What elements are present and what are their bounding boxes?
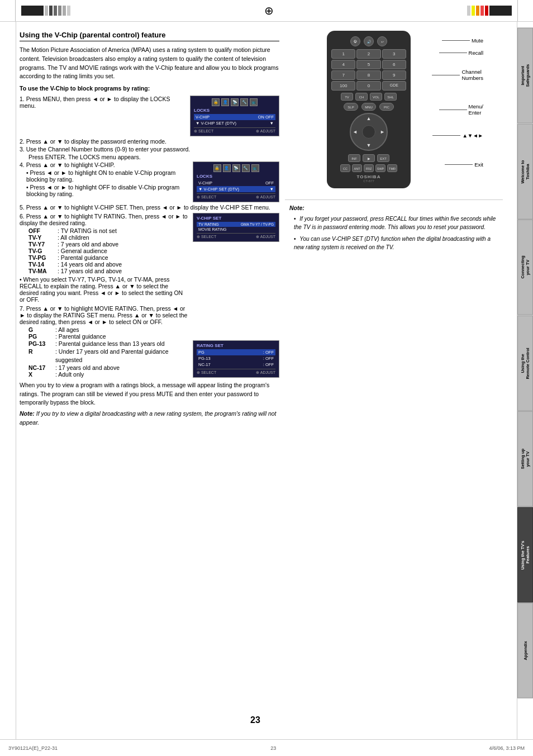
remote-middle-row: TV CH VOL SHL: [331, 93, 406, 101]
sidebar-tab-appendix[interactable]: Appendix: [517, 603, 533, 698]
locks-menu-2: 🔒 👤 📡 🔧 📺 LOCKS V-CHIPOFF ▼ V-CHIP SET (…: [193, 161, 279, 202]
channel-label: ChannelNumbers: [461, 69, 483, 82]
left-pattern: [16, 0, 76, 21]
right-column: ⏻ 🔊 ↩ 1 2 3 4 5 6 7 8 9 100 0 GDE T: [285, 31, 503, 256]
dpad-right-icon[interactable]: ►: [380, 129, 385, 135]
menu-label-line: [439, 110, 467, 110]
page-title: Using the V-Chip (parental control) feat…: [20, 31, 279, 41]
btn-2[interactable]: 2: [356, 49, 380, 59]
btn-6[interactable]: 6: [382, 60, 406, 69]
bottom-left-code: 3Y90121A(E)_P22-31: [8, 745, 58, 751]
btn-0[interactable]: 0: [356, 81, 380, 91]
menu2-row2: ▼ V-CHIP SET (DTV)▼: [197, 186, 275, 192]
exit-label-line: [445, 164, 473, 165]
btn-exit[interactable]: EXT: [377, 154, 389, 162]
btn-4[interactable]: 4: [331, 60, 355, 69]
btn-tv[interactable]: TV: [341, 93, 353, 101]
sidebar-tab-features[interactable]: Using the TV'sFeatures: [517, 507, 533, 603]
step-1-text: 1. Press MENU, then press ◄ or ► to disp…: [20, 96, 170, 109]
step-3b: Press ENTER. The LOCKS menu appears.: [20, 154, 279, 160]
sidebar-tab-toshiba[interactable]: Welcome toToshiba: [517, 124, 533, 220]
exit-label: Exit: [474, 161, 483, 168]
btn-3[interactable]: 3: [382, 49, 406, 59]
bottom-note: Note: If you try to view a digital broad…: [20, 410, 279, 427]
sidebar-tab-safeguards[interactable]: ImportantSafeguards: [517, 28, 533, 123]
page-number: 23: [0, 715, 511, 725]
btn-cc[interactable]: CC: [340, 164, 350, 172]
channel-label-line: [432, 75, 460, 75]
remote-model: CT-877: [331, 179, 406, 183]
bottom-page-ref: 23: [270, 745, 276, 751]
locks-menu-1: 🔒 👤 📡 🔧 📺 LOCKS V-CHIPON OFF ▼ V-CHIP SE…: [190, 96, 279, 136]
tv-ratings-table: OFF: TV RATING is not set TV-Y: All chil…: [20, 227, 188, 274]
step-7: 7. Press ▲ or ▼ to highlight MOVIE RATIN…: [20, 305, 279, 378]
menu-label-container: Menu/Enter: [439, 103, 483, 116]
btn-freeze[interactable]: FRZ: [364, 164, 374, 172]
btn-play[interactable]: ▶: [363, 154, 375, 162]
note-2: • You can use V-CHIP SET (DTV) function …: [289, 235, 498, 251]
step-2: 2. Press ▲ or ▼ to display the password …: [20, 138, 279, 145]
btn-mute[interactable]: SHL: [384, 93, 397, 101]
page-num-value: 23: [250, 715, 260, 725]
btn-sleep[interactable]: SLP: [344, 103, 358, 111]
sidebar-tab-remote[interactable]: Using theRemote Control: [517, 316, 533, 411]
remote-oval-row: SLP MNU PIC: [331, 103, 406, 111]
btn-menu[interactable]: MNU: [361, 103, 376, 111]
intro-paragraph: The Motion Picture Association of Americ…: [20, 46, 279, 81]
section-title: To use the V-Chip to block programs by r…: [20, 84, 279, 93]
dpad-down-icon[interactable]: ▼: [367, 142, 372, 148]
remote-circle-3[interactable]: ↩: [377, 36, 387, 46]
vchip-set-menu: V-CHIP SET TV RATINGGMA TV-Y7 / TV-PG MO…: [193, 213, 279, 242]
btn-ant[interactable]: ANT: [352, 164, 362, 172]
btn-8[interactable]: 8: [356, 70, 380, 80]
recall-label: Recall: [469, 50, 483, 56]
btn-swap[interactable]: SWP: [375, 164, 386, 172]
menu2-title: LOCKS: [197, 174, 275, 179]
left-margin: [16, 21, 16, 739]
dpad-up-icon[interactable]: ▲: [367, 116, 372, 121]
btn-5[interactable]: 5: [356, 60, 380, 69]
btn-1[interactable]: 1: [331, 49, 355, 59]
menu1-bottom: ⊕ SELECT⊕ ADJUST: [194, 127, 275, 134]
step-4: 4. Press ▲ or ▼ to highlight V-CHIP. • P…: [20, 161, 279, 202]
note-1: • If you forget your password, press REC…: [289, 215, 498, 231]
mute-label: Mute: [472, 37, 483, 44]
sidebar-tab-setting[interactable]: Setting upyour TV: [517, 411, 533, 507]
exit-label-container: Exit: [445, 161, 483, 168]
dpad-center[interactable]: [362, 125, 375, 139]
channel-label-container: ChannelNumbers: [432, 69, 483, 82]
btn-9[interactable]: 9: [382, 70, 406, 80]
top-rule: [0, 21, 533, 22]
nav-label: ▲▼◄►: [462, 132, 483, 139]
btn-timer[interactable]: TMR: [387, 164, 397, 172]
recall-label-line: [439, 53, 467, 53]
remote-exit-row: INF ▶ EXT: [331, 154, 406, 162]
nav-label-container: ▲▼◄►: [432, 132, 483, 139]
sidebar-tab-connecting[interactable]: Connectingyour TV: [517, 220, 533, 315]
dpad-left-icon[interactable]: ◄: [353, 129, 358, 135]
btn-vol[interactable]: VOL: [370, 93, 382, 101]
remote-circle-1[interactable]: ⏻: [350, 36, 360, 46]
sidebar-tabs: ImportantSafeguards Welcome toToshiba Co…: [517, 28, 533, 698]
remote-brand: TOSHIBA: [331, 174, 406, 179]
btn-picture[interactable]: PIC: [379, 103, 394, 111]
step-3: 3. Use the Channel Number buttons (0-9) …: [20, 146, 279, 153]
left-column: Using the V-Chip (parental control) feat…: [20, 31, 279, 431]
remote-control-area: ⏻ 🔊 ↩ 1 2 3 4 5 6 7 8 9 100 0 GDE T: [304, 31, 483, 188]
btn-7[interactable]: 7: [331, 70, 355, 80]
compass-icon: ⊕: [264, 4, 274, 17]
compass-center: ⊕: [76, 0, 461, 21]
note-text: If you try to view a digital broadcastin…: [20, 410, 277, 426]
notes-title: Note:: [289, 205, 498, 211]
note-2-text: You can use V-CHIP SET (DTV) function wh…: [294, 236, 491, 250]
btn-guide[interactable]: GDE: [382, 81, 406, 91]
press-word: Press: [28, 154, 44, 160]
btn-ch[interactable]: CH: [355, 93, 368, 101]
mute-label-container: Mute: [442, 37, 483, 44]
remote-circle-2[interactable]: 🔊: [364, 36, 374, 46]
btn-100[interactable]: 100: [331, 81, 355, 91]
note-label: Note:: [20, 410, 36, 417]
btn-info[interactable]: INF: [348, 154, 360, 162]
note-1-text: If you forget your password, press RECAL…: [294, 216, 496, 230]
bottom-bar: 3Y90121A(E)_P22-31 23 4/6/06, 3:13 PM: [0, 739, 533, 756]
